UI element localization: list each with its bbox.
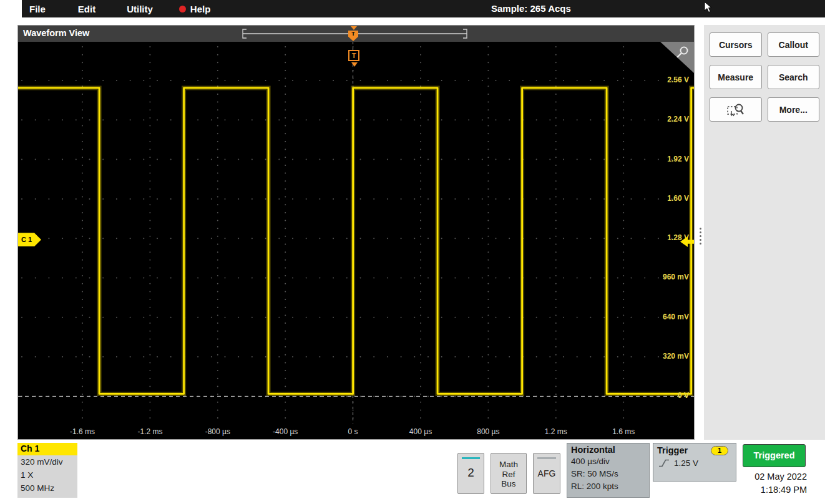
datetime-display: 02 May 2022 1:18:49 PM [738, 470, 807, 497]
time-display: 1:18:49 PM [738, 483, 807, 497]
horizontal-record-length: RL: 200 kpts [567, 480, 649, 493]
trigger-position-tick-icon [351, 26, 357, 30]
y-axis-label: 0 V [678, 391, 689, 400]
channel1-scale: 320 mV/div [17, 455, 77, 468]
measure-button[interactable]: Measure [710, 65, 762, 89]
channel2-color-bar [462, 457, 480, 459]
y-axis-label: 1.60 V [667, 194, 689, 203]
channel1-bandwidth: 500 MHz [17, 482, 77, 495]
horizontal-sample-rate: SR: 50 MS/s [567, 468, 649, 480]
menu-file[interactable]: File [29, 4, 46, 14]
horizontal-scale: 400 µs/div [567, 455, 649, 468]
channel2-button-label: 2 [467, 466, 474, 479]
acquisition-status: Sample: 265 Acqs [491, 3, 571, 14]
trigger-flag-arrow-icon [351, 62, 358, 67]
zoom-select-icon [726, 102, 745, 117]
trigger-title: Trigger [657, 445, 688, 455]
y-axis-label: 1.92 V [667, 155, 689, 163]
menu-help-label: Help [190, 4, 211, 14]
x-axis-label: 400 µs [409, 427, 432, 436]
x-axis-label: -400 µs [273, 427, 298, 436]
waveform-view-header: Waveform View T [18, 26, 694, 42]
afg-button-label: AFG [538, 468, 556, 478]
channel1-attenuation: 1 X [17, 468, 77, 482]
menu-help[interactable]: Help [179, 4, 211, 14]
cursors-button[interactable]: Cursors [710, 32, 762, 57]
afg-button[interactable]: AFG [533, 453, 560, 494]
channel2-button[interactable]: 2 [457, 453, 484, 494]
menu-edit[interactable]: Edit [78, 4, 95, 14]
x-axis-label: -1.6 ms [70, 427, 95, 436]
rising-edge-icon [658, 458, 670, 468]
bus-label: Bus [491, 479, 526, 489]
more-button[interactable]: More... [768, 97, 820, 122]
oscilloscope-app: { "menu": { "items": ["File", "Edit", "U… [0, 0, 830, 504]
trigger-status-badge: Triggered [743, 444, 806, 467]
x-axis-label: 0 s [348, 427, 358, 436]
zoom-mode-button[interactable] [710, 97, 762, 122]
trigger-settings-panel[interactable]: Trigger 1 1.25 V [653, 443, 736, 482]
x-axis-label: 1.6 ms [612, 427, 635, 436]
menu-utility[interactable]: Utility [127, 4, 153, 14]
date-display: 02 May 2022 [738, 470, 807, 483]
y-axis-label: 320 mV [663, 352, 689, 361]
horizontal-settings-panel[interactable]: Horizontal 400 µs/div SR: 50 MS/s RL: 20… [567, 443, 650, 498]
horizontal-title: Horizontal [567, 443, 649, 455]
x-axis-label: -1.2 ms [137, 427, 162, 436]
right-tool-panel: Cursors Callout Measure Search More... [704, 25, 825, 440]
afg-color-bar [537, 457, 556, 459]
callout-button[interactable]: Callout [768, 32, 820, 57]
channel1-badge-panel[interactable]: Ch 1 320 mV/div 1 X 500 MHz [17, 443, 77, 498]
waveform-canvas[interactable] [18, 42, 694, 439]
record-dot-icon [179, 6, 186, 12]
y-axis-label: 960 mV [663, 273, 689, 281]
mouse-cursor-icon [704, 1, 713, 16]
y-axis-label: 2.56 V [667, 75, 689, 84]
math-label: Math [491, 460, 526, 470]
bottom-status-bar: Ch 1 320 mV/div 1 X 500 MHz 2 Math Ref B… [0, 440, 830, 504]
trigger-source-badge: 1 [711, 446, 728, 455]
x-axis-label: 1.2 ms [545, 427, 567, 436]
x-axis-label: 800 µs [477, 427, 499, 436]
math-ref-bus-button[interactable]: Math Ref Bus [491, 453, 527, 494]
plot-area[interactable]: T C 1 2.56 V2.24 V1.92 V1.60 V1.28 V960 … [18, 42, 694, 439]
waveform-view-panel: Waveform View T T C 1 2.56 V2.24 V1.92 V… [17, 25, 695, 440]
ref-label: Ref [491, 470, 526, 480]
panel-splitter-handle[interactable] [698, 226, 702, 246]
search-button[interactable]: Search [768, 65, 820, 89]
y-axis-label: 640 mV [663, 313, 689, 321]
channel1-label: Ch 1 [17, 443, 77, 455]
trigger-flag-icon[interactable]: T [348, 50, 359, 61]
y-axis-label: 2.24 V [667, 115, 689, 124]
x-axis-label: -800 µs [205, 427, 230, 436]
trigger-level-value: 1.25 V [674, 458, 698, 468]
